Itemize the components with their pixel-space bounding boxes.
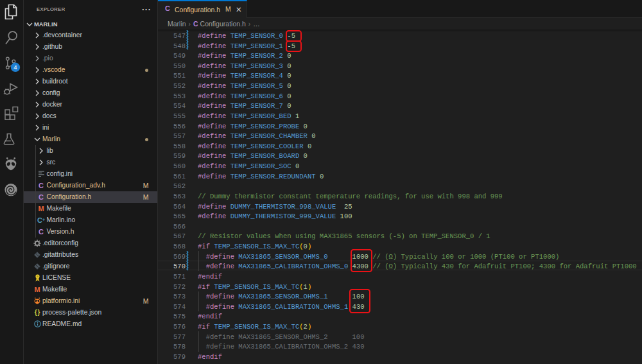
svg-text:4: 4 — [13, 64, 17, 71]
